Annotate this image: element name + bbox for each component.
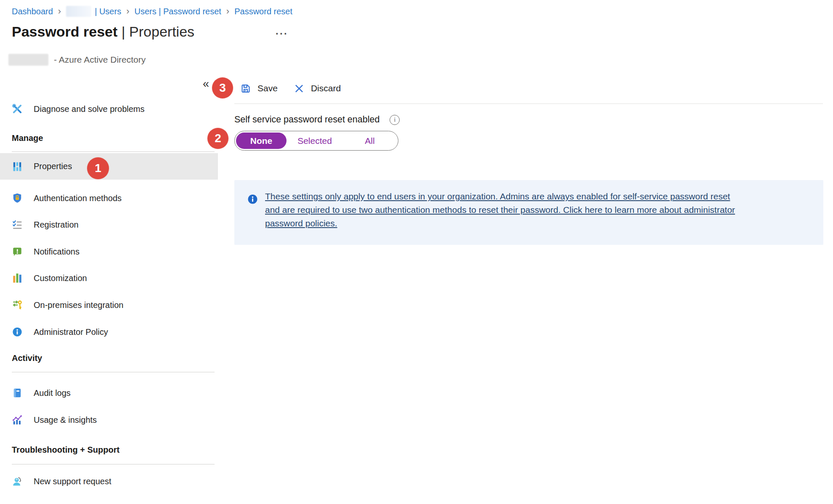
collapse-panel-icon[interactable]: « [203, 78, 209, 90]
sidebar-item-on-premises-integration[interactable]: On-premises integration [0, 295, 218, 315]
sspr-enabled-toggle: None Selected All [234, 131, 398, 151]
subtitle-text: - Azure Active Directory [54, 55, 146, 65]
breadcrumb-users-password-reset[interactable]: Users | Password reset [134, 7, 221, 16]
info-banner-line: and are required to use two authenticati… [265, 205, 735, 215]
divider [12, 464, 215, 464]
toggle-option-none[interactable]: None [236, 133, 287, 149]
redacted-tenant-name [66, 6, 91, 17]
page-title: Password reset | Properties [12, 24, 194, 40]
discard-button[interactable]: Discard [294, 83, 341, 94]
azure-password-reset-properties-page: Dashboard › | Users › Users | Password r… [0, 0, 833, 504]
sidebar-item-diagnose[interactable]: Diagnose and solve problems [0, 99, 218, 119]
sidebar-item-label: Audit logs [34, 388, 71, 398]
command-bar: Save Discard [240, 80, 341, 97]
sidebar-item-customization[interactable]: Customization [0, 268, 218, 288]
sidebar-item-administrator-policy[interactable]: Administrator Policy [0, 322, 218, 342]
info-banner: These settings only apply to end users i… [234, 180, 823, 245]
sidebar-item-label: Diagnose and solve problems [34, 104, 145, 114]
divider [12, 372, 215, 372]
bar-columns-icon [12, 273, 23, 284]
sync-key-icon [12, 300, 23, 310]
sidebar-item-label: Notifications [34, 247, 80, 257]
info-filled-icon [247, 194, 258, 204]
toggle-option-all[interactable]: All [343, 136, 397, 146]
checklist-icon [12, 219, 23, 230]
save-button[interactable]: Save [240, 83, 278, 94]
page-subtitle: - Azure Active Directory [8, 54, 146, 66]
usage-chart-icon [12, 414, 23, 425]
sidebar-item-authentication-methods[interactable]: Authentication methods [0, 188, 218, 208]
sidebar-item-properties[interactable]: Properties [0, 153, 218, 180]
sidebar-item-audit-logs[interactable]: Audit logs [0, 383, 218, 403]
info-banner-line: These settings only apply to end users i… [265, 191, 730, 201]
sidebar-item-label: Usage & insights [34, 415, 97, 425]
sidebar-section-activity: Activity [12, 353, 42, 363]
breadcrumb-tenant-users-label[interactable]: | Users [95, 7, 121, 16]
breadcrumb-dashboard[interactable]: Dashboard [12, 7, 53, 16]
sspr-setting-row: Self service password reset enabled i [234, 114, 400, 125]
sidebar-item-notifications[interactable]: Notifications [0, 242, 218, 261]
annotation-badge-2: 2 [207, 128, 228, 149]
shield-lock-icon [12, 193, 23, 204]
sidebar-item-registration[interactable]: Registration [0, 215, 218, 234]
divider [234, 103, 823, 104]
sidebar-item-label: New support request [34, 477, 111, 486]
annotation-badge-1: 1 [87, 157, 109, 179]
sidebar-section-troubleshooting: Troubleshooting + Support [12, 445, 119, 455]
breadcrumb-password-reset[interactable]: Password reset [234, 7, 292, 16]
breadcrumb-tenant-users[interactable]: | Users [66, 6, 121, 17]
sidebar-item-label: Properties [34, 162, 72, 171]
sidebar-item-new-support-request[interactable]: New support request [0, 472, 218, 491]
info-banner-link[interactable]: These settings only apply to end users i… [265, 190, 816, 230]
more-menu-icon[interactable]: ··· [276, 28, 288, 40]
redacted-tenant-name [8, 54, 48, 66]
save-icon [240, 83, 251, 94]
info-circle-icon [12, 326, 23, 337]
sidebar-item-label: Registration [34, 220, 79, 230]
sidebar-item-label: Authentication methods [34, 194, 122, 203]
properties-icon [12, 161, 23, 172]
breadcrumb-separator: › [226, 7, 230, 16]
sidebar-section-manage: Manage [12, 133, 43, 143]
page-title-secondary: | Properties [117, 24, 194, 40]
annotation-badge-3: 3 [212, 77, 233, 98]
info-banner-line: password policies. [265, 218, 337, 228]
diagnose-tools-icon [12, 103, 23, 114]
sidebar-item-usage-insights[interactable]: Usage & insights [0, 410, 218, 430]
save-button-label: Save [257, 83, 278, 93]
divider [12, 151, 215, 152]
page-title-primary: Password reset [12, 24, 117, 40]
breadcrumb-separator: › [126, 7, 130, 16]
support-person-icon [12, 476, 23, 487]
sidebar-item-label: On-premises integration [34, 300, 123, 310]
sidebar-item-label: Customization [34, 273, 87, 283]
notification-bubble-icon [12, 246, 23, 257]
discard-button-label: Discard [311, 83, 341, 93]
sidebar-item-label: Administrator Policy [34, 327, 108, 337]
info-tooltip-icon[interactable]: i [390, 115, 400, 125]
breadcrumb-separator: › [58, 7, 61, 16]
sspr-setting-label: Self service password reset enabled [234, 114, 379, 125]
audit-log-book-icon [12, 387, 23, 398]
toggle-option-selected[interactable]: Selected [287, 136, 343, 146]
close-x-icon [294, 83, 305, 94]
breadcrumb: Dashboard › | Users › Users | Password r… [12, 6, 292, 17]
